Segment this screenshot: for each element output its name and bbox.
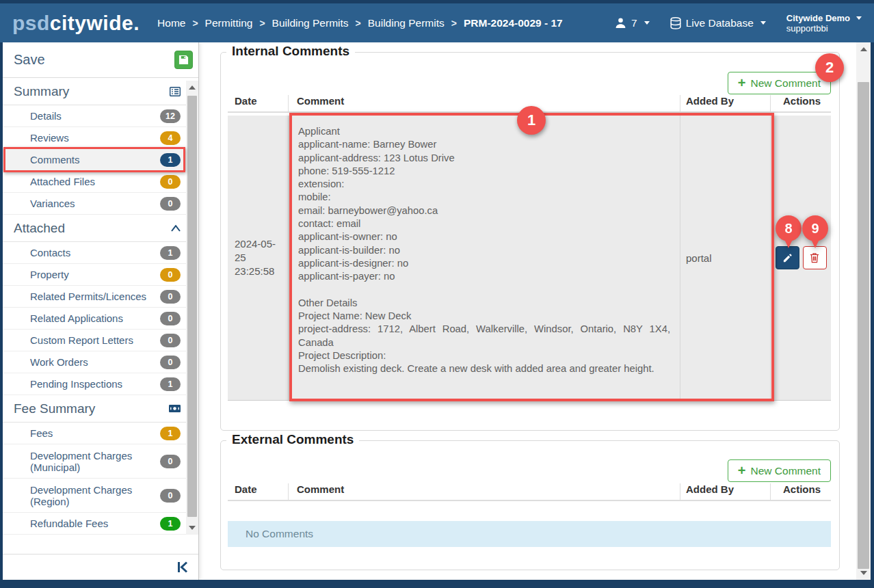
attachment-icon	[171, 225, 181, 232]
count-badge: 12	[160, 109, 181, 123]
column-header-date: Date	[228, 95, 288, 111]
database-dropdown[interactable]: Live Database	[670, 17, 766, 29]
no-comments-message: No Comments	[246, 528, 313, 540]
external-comments-panel: External Comments + New Comment Date Com…	[220, 440, 840, 570]
sidebar-section-label: Summary	[14, 84, 69, 99]
sidebar-section-summary[interactable]: Summary	[3, 78, 198, 105]
count-badge: 0	[160, 334, 181, 347]
comment-date: 2024-05-25 23:25:58	[235, 237, 282, 278]
chevron-down-icon	[760, 21, 766, 25]
sidebar-footer	[3, 554, 198, 580]
sidebar-scrollbar[interactable]	[186, 81, 198, 535]
comment-actions-cell	[770, 116, 831, 400]
sidebar-item-details[interactable]: Details 12	[3, 105, 198, 127]
sidebar-item-label: Development Charges (Region)	[30, 484, 146, 507]
breadcrumb-permit-number: PRM-2024-0029 - 17	[464, 17, 563, 29]
column-header-actions: Actions	[770, 95, 831, 111]
new-comment-label: New Comment	[751, 465, 821, 477]
breadcrumb-building-permits-2[interactable]: Building Permits	[368, 17, 445, 29]
column-header-added-by: Added By	[680, 483, 770, 500]
new-comment-label: New Comment	[751, 77, 821, 90]
breadcrumb-home[interactable]: Home	[157, 17, 185, 29]
scroll-up-icon[interactable]	[186, 85, 198, 90]
sidebar-item-work-orders[interactable]: Work Orders 0	[3, 351, 198, 373]
database-icon	[670, 17, 681, 29]
account-dropdown[interactable]: Citywide Demo supportbbi	[786, 13, 862, 34]
sidebar-item-dev-charges-region[interactable]: Development Charges (Region) 0	[3, 479, 198, 513]
count-badge: 1	[160, 427, 181, 440]
app-logo[interactable]: psdcitywide.	[12, 12, 140, 35]
sidebar-item-label: Pending Inspections	[30, 378, 122, 390]
internal-new-comment-button[interactable]: + New Comment	[728, 72, 831, 94]
count-badge: 0	[160, 356, 181, 369]
scroll-up-icon[interactable]	[856, 47, 871, 51]
scrollbar-thumb[interactable]	[858, 82, 869, 569]
collapse-sidebar-button[interactable]	[176, 561, 189, 573]
sidebar-item-fees[interactable]: Fees 1	[3, 423, 198, 444]
internal-comments-panel: Internal Comments + New Comment Date Com…	[220, 52, 840, 431]
main-scrollbar[interactable]	[856, 42, 871, 580]
sidebar-item-pending-inspections[interactable]: Pending Inspections 1	[3, 373, 198, 395]
sidebar-item-label: Work Orders	[30, 356, 88, 368]
window-border-right	[871, 42, 874, 588]
sidebar-item-label: Variances	[30, 198, 75, 209]
column-header-comment: Comment	[288, 95, 680, 111]
sidebar-item-contacts[interactable]: Contacts 1	[3, 242, 198, 264]
scrollbar-thumb[interactable]	[187, 96, 197, 517]
database-label: Live Database	[686, 17, 754, 29]
column-header-date: Date	[228, 483, 288, 500]
pencil-icon	[782, 253, 793, 263]
count-badge: 0	[160, 175, 181, 189]
chevron-down-icon	[856, 16, 862, 20]
delete-comment-button[interactable]	[803, 246, 827, 269]
comment-added-by-cell: portal	[680, 116, 770, 400]
save-button[interactable]	[174, 51, 193, 69]
edit-comment-button[interactable]	[776, 246, 799, 269]
sidebar-section-fee-summary[interactable]: Fee Summary	[3, 395, 198, 423]
breadcrumb-permitting[interactable]: Permitting	[205, 17, 253, 29]
breadcrumb-separator: >	[451, 18, 457, 29]
count-badge: 1	[160, 153, 181, 167]
sidebar-item-reviews[interactable]: Reviews 4	[3, 127, 198, 149]
breadcrumb: Home > Permitting > Building Permits > B…	[157, 17, 563, 29]
window-border-bottom	[0, 580, 874, 588]
scroll-down-icon[interactable]	[856, 571, 871, 575]
breadcrumb-building-permits[interactable]: Building Permits	[272, 17, 349, 29]
internal-comments-title: Internal Comments	[226, 44, 355, 59]
column-header-actions: Actions	[770, 483, 831, 500]
sidebar-item-related-applications[interactable]: Related Applications 0	[3, 308, 198, 330]
external-new-comment-button[interactable]: + New Comment	[728, 459, 831, 482]
column-header-added-by: Added By	[680, 95, 770, 111]
sidebar-item-property[interactable]: Property 0	[3, 264, 198, 286]
sidebar-item-related-permits[interactable]: Related Permits/Licences 0	[3, 286, 198, 308]
sidebar-item-attached-files[interactable]: Attached Files 0	[3, 171, 198, 193]
sidebar-item-label: Development Charges (Municipal)	[30, 450, 146, 473]
comment-added-by: portal	[686, 252, 712, 264]
sidebar-item-label: Contacts	[30, 247, 70, 258]
sidebar-item-label: Custom Report Letters	[30, 334, 133, 346]
breadcrumb-separator: >	[259, 18, 265, 29]
users-dropdown[interactable]: 7	[615, 17, 650, 29]
breadcrumb-separator: >	[356, 18, 361, 29]
count-badge: 0	[160, 455, 181, 468]
count-badge: 1	[160, 517, 181, 531]
plus-icon: +	[738, 76, 746, 90]
scroll-down-icon[interactable]	[186, 526, 198, 530]
account-name: Citywide Demo	[786, 13, 850, 23]
sidebar-item-label: Property	[30, 269, 69, 280]
sidebar-item-label: Reviews	[30, 132, 69, 144]
users-count: 7	[631, 17, 637, 29]
window-border-left	[0, 42, 3, 588]
count-badge: 0	[160, 268, 181, 282]
sidebar-item-refundable-fees[interactable]: Refundable Fees 1	[3, 513, 198, 535]
sidebar-section-attached[interactable]: Attached	[3, 215, 198, 242]
logo-psd: psd	[12, 12, 50, 34]
sidebar-item-custom-report-letters[interactable]: Custom Report Letters 0	[3, 330, 198, 351]
sidebar-item-label: Attached Files	[30, 176, 95, 187]
count-badge: 0	[160, 489, 181, 503]
sidebar-item-variances[interactable]: Variances 0	[3, 193, 198, 215]
sidebar-item-dev-charges-municipal[interactable]: Development Charges (Municipal) 0	[3, 444, 198, 479]
sidebar-item-comments[interactable]: Comments 1	[3, 149, 198, 171]
sidebar-section-label: Fee Summary	[14, 401, 95, 416]
account-username: supportbbi	[786, 23, 850, 34]
